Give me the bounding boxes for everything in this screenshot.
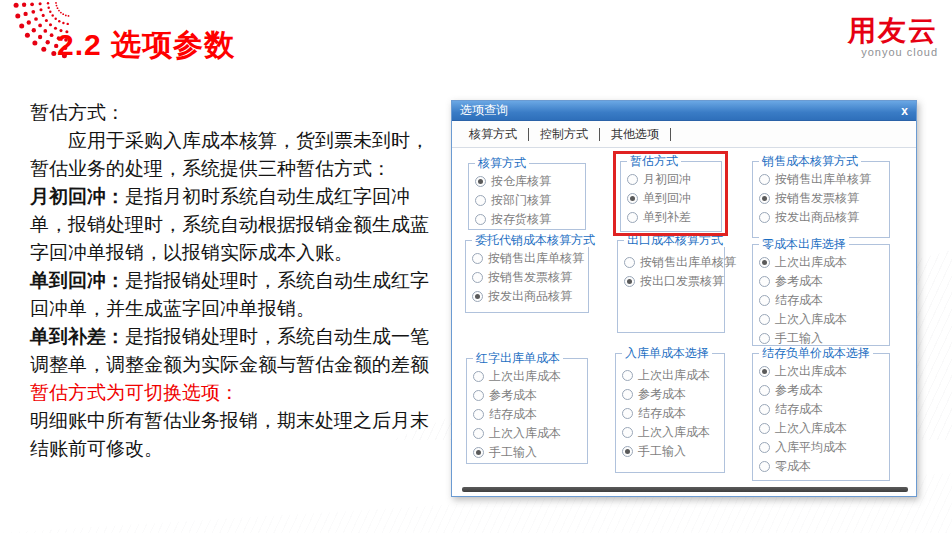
radio-button-icon xyxy=(624,276,635,287)
tab-separator xyxy=(528,128,529,141)
radio-option[interactable]: 上次出库成本 xyxy=(753,362,889,381)
radio-label: 上次入库成本 xyxy=(775,420,847,437)
radio-label: 上次入库成本 xyxy=(775,311,847,328)
brand-logo-text: 用友云 xyxy=(848,16,938,46)
radio-option[interactable]: 上次入库成本 xyxy=(753,310,889,329)
radio-option[interactable]: 上次入库成本 xyxy=(753,419,889,438)
radio-button-icon xyxy=(759,385,770,396)
radio-option[interactable]: 参考成本 xyxy=(753,272,889,291)
radio-option[interactable]: 按销售出库单核算 xyxy=(753,170,889,189)
group-title: 出口成本核算方式 xyxy=(624,233,726,247)
radio-option[interactable]: 结存成本 xyxy=(753,291,889,310)
group-zero-cost-outbound: 零成本出库选择 上次出库成本参考成本结存成本上次入库成本手工输入 xyxy=(752,244,890,346)
body-item-doc-arrival: 单到回冲：是指报销处理时，系统自动生成红字回冲单，并生成蓝字回冲单报销。 xyxy=(30,267,444,323)
radio-option[interactable]: 按发出商品核算 xyxy=(466,287,588,306)
body-item-doc-diff: 单到补差：是指报销处理时，系统自动生成一笔调整单，调整金额为实际金额与暂估金额的… xyxy=(30,323,444,379)
radio-label: 按发出商品核算 xyxy=(488,288,572,305)
radio-label: 结存成本 xyxy=(638,405,686,422)
horizontal-scrollbar[interactable] xyxy=(462,487,908,492)
radio-option[interactable]: 零成本 xyxy=(753,457,889,476)
radio-option[interactable]: 按部门核算 xyxy=(469,191,585,210)
radio-button-icon xyxy=(472,253,483,264)
radio-option[interactable]: 按销售发票核算 xyxy=(753,189,889,208)
radio-button-icon xyxy=(624,257,635,268)
radio-option[interactable]: 结存成本 xyxy=(753,400,889,419)
options-dialog: 选项查询 x 核算方式 控制方式 其他选项 核算方式 按仓库核算按部门核算按存货… xyxy=(451,100,917,497)
tab-accounting-method[interactable]: 核算方式 xyxy=(469,126,517,143)
radio-label: 结存成本 xyxy=(489,406,537,423)
body-paragraph-intro: 应用于采购入库成本核算，货到票未到时，暂估业务的处理，系统提供三种暂估方式： xyxy=(30,127,444,183)
radio-option[interactable]: 手工输入 xyxy=(467,443,587,462)
radio-option[interactable]: 按出口发票核算 xyxy=(618,272,724,291)
radio-button-icon xyxy=(473,428,484,439)
radio-label: 按销售出库单核算 xyxy=(775,171,871,188)
tab-separator xyxy=(670,128,671,141)
radio-option[interactable]: 结存成本 xyxy=(616,404,724,423)
radio-button-icon xyxy=(475,195,486,206)
radio-option[interactable]: 按销售发票核算 xyxy=(466,268,588,287)
radio-button-icon xyxy=(627,174,638,185)
group-red-outbound-cost: 红字出库单成本 上次出库成本参考成本结存成本上次入库成本手工输入 xyxy=(466,358,588,464)
radio-option[interactable]: 上次出库成本 xyxy=(616,366,724,385)
radio-option[interactable]: 手工输入 xyxy=(616,442,724,461)
group-title: 零成本出库选择 xyxy=(759,237,849,251)
brand-logo: 用友云 yonyou cloud xyxy=(848,16,938,58)
radio-option[interactable]: 按仓库核算 xyxy=(469,172,585,191)
radio-button-icon xyxy=(759,404,770,415)
radio-button-icon xyxy=(622,370,633,381)
group-title: 暂估方式 xyxy=(627,154,681,168)
radio-option[interactable]: 上次出库成本 xyxy=(753,253,889,272)
radio-button-icon xyxy=(622,446,633,457)
radio-button-icon xyxy=(473,390,484,401)
group-export-cost-method: 出口成本核算方式 按销售出库单核算按出口发票核算 xyxy=(617,240,725,333)
body-text: 暂估方式： 应用于采购入库成本核算，货到票未到时，暂估业务的处理，系统提供三种暂… xyxy=(30,99,444,463)
radio-button-icon xyxy=(759,174,770,185)
radio-button-icon xyxy=(473,447,484,458)
radio-button-icon xyxy=(627,212,638,223)
radio-button-icon xyxy=(759,257,770,268)
tab-other-options[interactable]: 其他选项 xyxy=(611,126,659,143)
radio-button-icon xyxy=(759,276,770,287)
group-title: 销售成本核算方式 xyxy=(759,154,861,168)
tab-separator xyxy=(599,128,600,141)
radio-label: 结存成本 xyxy=(775,292,823,309)
radio-option[interactable]: 上次出库成本 xyxy=(467,367,587,386)
radio-option[interactable]: 月初回冲 xyxy=(621,170,721,189)
radio-label: 手工输入 xyxy=(638,443,686,460)
group-title: 红字出库单成本 xyxy=(473,351,563,365)
term-doc-arrival: 单到回冲： xyxy=(30,270,125,291)
radio-button-icon xyxy=(759,193,770,204)
radio-option[interactable]: 入库平均成本 xyxy=(753,438,889,457)
radio-label: 参考成本 xyxy=(775,273,823,290)
radio-option[interactable]: 单到回冲 xyxy=(621,189,721,208)
radio-button-icon xyxy=(759,461,770,472)
radio-option[interactable]: 按存货核算 xyxy=(469,210,585,229)
radio-option[interactable]: 结存成本 xyxy=(467,405,587,424)
radio-option[interactable]: 按销售出库单核算 xyxy=(466,249,588,268)
radio-label: 按仓库核算 xyxy=(491,173,551,190)
group-accounting-method: 核算方式 按仓库核算按部门核算按存货核算 xyxy=(468,163,586,230)
radio-label: 上次出库成本 xyxy=(489,368,561,385)
radio-label: 手工输入 xyxy=(775,330,823,347)
radio-label: 按发出商品核算 xyxy=(775,209,859,226)
radio-option[interactable]: 按销售出库单核算 xyxy=(618,253,724,272)
radio-option[interactable]: 参考成本 xyxy=(467,386,587,405)
close-icon[interactable]: x xyxy=(901,105,908,117)
dialog-titlebar: 选项查询 x xyxy=(452,101,916,121)
body-red-note: 暂估方式为可切换选项： xyxy=(30,379,444,407)
radio-option[interactable]: 上次入库成本 xyxy=(616,423,724,442)
radio-option[interactable]: 上次入库成本 xyxy=(467,424,587,443)
radio-button-icon xyxy=(622,408,633,419)
radio-option[interactable]: 单到补差 xyxy=(621,208,721,227)
term-month-begin: 月初回冲： xyxy=(30,186,125,207)
radio-button-icon xyxy=(473,371,484,382)
radio-option[interactable]: 参考成本 xyxy=(753,381,889,400)
radio-option[interactable]: 按发出商品核算 xyxy=(753,208,889,227)
radio-option[interactable]: 参考成本 xyxy=(616,385,724,404)
body-item-month-begin: 月初回冲：是指月初时系统自动生成红字回冲单，报销处理时，系统自动根据报销金额生成… xyxy=(30,183,444,267)
group-consignment-cost-method: 委托代销成本核算方式 按销售出库单核算按销售发票核算按发出商品核算 xyxy=(465,240,589,313)
radio-label: 零成本 xyxy=(775,458,811,475)
radio-label: 上次入库成本 xyxy=(638,424,710,441)
tab-control-method[interactable]: 控制方式 xyxy=(540,126,588,143)
body-line-heading: 暂估方式： xyxy=(30,99,444,127)
